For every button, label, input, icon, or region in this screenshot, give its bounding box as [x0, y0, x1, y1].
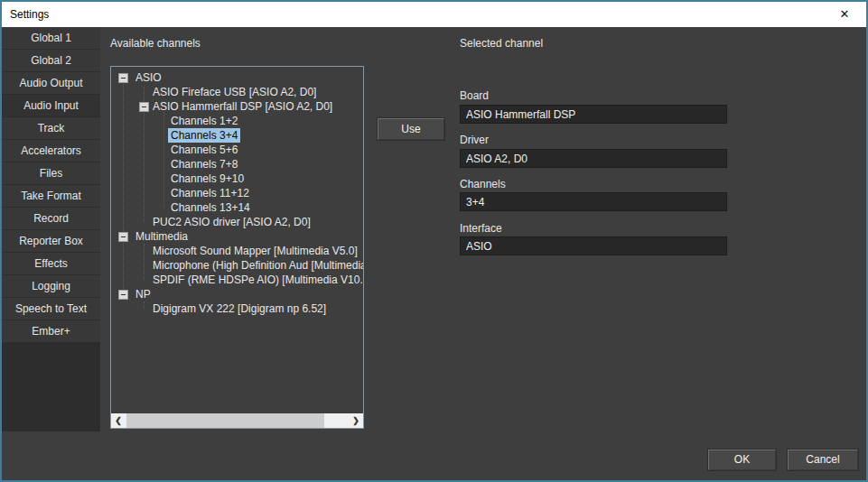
window-title: Settings	[10, 8, 49, 21]
tree-item-label: PUC2 ASIO driver [ASIO A2, D0]	[150, 215, 313, 229]
horizontal-scrollbar[interactable]: ❮ ❯	[111, 413, 363, 428]
sidebar-item-logging[interactable]: Logging	[2, 275, 100, 297]
driver-field[interactable]	[460, 149, 727, 168]
settings-sidebar: Global 1 Global 2 Audio Output Audio Inp…	[2, 27, 100, 431]
tree-item-channels-3-4-selected[interactable]: Channels 3+4	[111, 128, 363, 143]
tree-item-fireface[interactable]: ASIO Fireface USB [ASIO A2, D0]	[111, 85, 363, 99]
tree-item-channels-5-6[interactable]: Channels 5+6	[111, 143, 363, 157]
tree-item-label: Channels 13+14	[168, 200, 253, 215]
available-channels-label: Available channels	[110, 37, 201, 50]
tree-item-label: Microsoft Sound Mapper [Multimedia V5.0]	[150, 244, 360, 258]
tree-item-label: Multimedia	[133, 229, 191, 244]
tree-item-label: Channels 1+2	[168, 114, 240, 128]
scroll-right-icon[interactable]: ❯	[349, 413, 363, 428]
driver-label: Driver	[460, 134, 489, 146]
tree-item-digigram[interactable]: Digigram VX 222 [Digigram np 6.52]	[111, 301, 363, 316]
collapse-icon[interactable]	[139, 102, 149, 112]
sidebar-item-global-2[interactable]: Global 2	[2, 50, 100, 71]
tree-item-label: Channels 7+8	[168, 157, 240, 171]
board-field[interactable]	[460, 105, 727, 124]
selected-channel-label: Selected channel	[460, 37, 543, 50]
tree-item-channels-7-8[interactable]: Channels 7+8	[111, 157, 363, 171]
tree-item-label: ASIO Fireface USB [ASIO A2, D0]	[150, 85, 319, 99]
tree-item-sound-mapper[interactable]: Microsoft Sound Mapper [Multimedia V5.0]	[111, 244, 363, 258]
tree-item-label: ASIO	[133, 70, 164, 85]
collapse-icon[interactable]	[118, 73, 128, 83]
tree-viewport: ASIO ASIO Fireface USB [ASIO A2, D0] ASI…	[111, 67, 363, 413]
interface-label: Interface	[460, 222, 502, 235]
close-icon[interactable]: ✕	[828, 2, 861, 27]
sidebar-item-files[interactable]: Files	[2, 162, 100, 184]
collapse-icon[interactable]	[118, 290, 128, 300]
tree-item-label: Channels 9+10	[168, 171, 247, 186]
sidebar-item-global-1[interactable]: Global 1	[2, 27, 100, 49]
tree-item-label-selected: Channels 3+4	[168, 128, 240, 143]
tree-item-puc2[interactable]: PUC2 ASIO driver [ASIO A2, D0]	[111, 215, 363, 229]
tree-item-label: Channels 5+6	[168, 143, 240, 157]
tree-item-multimedia[interactable]: Multimedia	[111, 229, 363, 244]
scroll-left-icon[interactable]: ❮	[111, 413, 126, 428]
sidebar-item-take-format[interactable]: Take Format	[2, 185, 100, 207]
sidebar-item-track[interactable]: Track	[2, 117, 100, 139]
collapse-icon[interactable]	[118, 232, 128, 242]
tree-item-asio[interactable]: ASIO	[111, 70, 363, 85]
tree-item-microphone[interactable]: Microphone (High Definition Aud [Multime…	[111, 258, 363, 273]
tree-item-channels-11-12[interactable]: Channels 11+12	[111, 186, 363, 200]
tree-item-label: Channels 11+12	[168, 186, 252, 200]
tree-item-spdif[interactable]: SPDIF (RME HDSPe AIO) [Multimedia V10.0]	[111, 273, 363, 287]
channels-label: Channels	[460, 178, 506, 190]
cancel-button[interactable]: Cancel	[788, 450, 858, 470]
sidebar-item-ember[interactable]: Ember+	[2, 320, 100, 342]
tree-item-hammerfall[interactable]: ASIO Hammerfall DSP [ASIO A2, D0]	[111, 99, 363, 114]
tree-item-label: NP	[133, 287, 154, 301]
use-button[interactable]: Use	[378, 118, 444, 140]
tree-item-label: SPDIF (RME HDSPe AIO) [Multimedia V10.0]	[150, 273, 363, 287]
interface-field[interactable]	[460, 236, 727, 255]
tree-item-label: Microphone (High Definition Aud [Multime…	[150, 258, 363, 273]
sidebar-item-audio-input[interactable]: Audio Input	[2, 95, 100, 116]
tree-item-channels-9-10[interactable]: Channels 9+10	[111, 171, 363, 186]
sidebar-item-audio-output[interactable]: Audio Output	[2, 72, 100, 94]
scrollbar-thumb[interactable]	[126, 413, 324, 428]
tree-item-channels-1-2[interactable]: Channels 1+2	[111, 114, 363, 128]
sidebar-item-accelerators[interactable]: Accelerators	[2, 140, 100, 162]
sidebar-item-record[interactable]: Record	[2, 208, 100, 229]
settings-dialog: Settings ✕ Global 1 Global 2 Audio Outpu…	[0, 0, 868, 482]
channels-field[interactable]	[460, 192, 727, 211]
sidebar-item-effects[interactable]: Effects	[2, 253, 100, 274]
tree-item-label: Digigram VX 222 [Digigram np 6.52]	[150, 301, 329, 316]
tree-item-label: ASIO Hammerfall DSP [ASIO A2, D0]	[150, 99, 335, 114]
available-channels-tree: ASIO ASIO Fireface USB [ASIO A2, D0] ASI…	[110, 66, 364, 429]
tree-item-np[interactable]: NP	[111, 287, 363, 301]
ok-button[interactable]: OK	[708, 450, 776, 470]
tree-item-channels-13-14[interactable]: Channels 13+14	[111, 200, 363, 215]
title-bar: Settings ✕	[2, 2, 866, 27]
sidebar-item-speech-to-text[interactable]: Speech to Text	[2, 298, 100, 320]
board-label: Board	[460, 89, 489, 102]
sidebar-item-reporter-box[interactable]: Reporter Box	[2, 230, 100, 252]
